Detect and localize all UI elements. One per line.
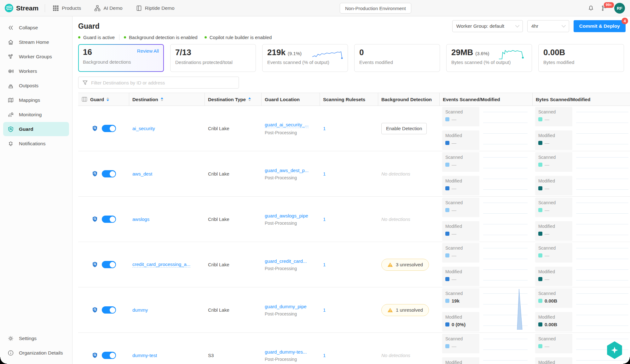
nav-item-riptide-demo[interactable]: Riptide Demo <box>136 5 175 11</box>
destination-link[interactable]: awslogs <box>132 217 149 222</box>
guard-toggle[interactable] <box>102 216 116 223</box>
destination-link[interactable]: credit_card_processing_a... <box>132 262 190 268</box>
sidebar-item-stream-home[interactable]: Stream Home <box>3 35 69 49</box>
notifications-bell-button[interactable] <box>588 5 594 11</box>
sidebar-item-mappings[interactable]: Mappings <box>3 93 69 107</box>
events-modified-box: Modified — <box>442 130 479 150</box>
rulesets-count-link[interactable]: 1 <box>323 171 326 176</box>
destination-link[interactable]: ai_security <box>132 126 155 131</box>
bytes-sparkline-area <box>576 290 628 330</box>
destination-link[interactable]: aws_dest <box>132 171 152 176</box>
guard-pipeline-link[interactable]: guard_aws_dest_p... <box>265 168 309 173</box>
sort-carets[interactable] <box>248 97 251 101</box>
events-scanned-modified-cell: Scanned — Modified — <box>440 197 533 242</box>
sidebar: Collapse Stream Home Worker Groups Worke… <box>0 16 72 364</box>
stat-value: 0.00B <box>543 48 619 57</box>
scanned-label: Scanned <box>538 291 569 296</box>
enable-detection-button[interactable]: Enable Detection <box>381 123 427 134</box>
rulesets-count-link[interactable]: 1 <box>323 126 326 131</box>
worker-group-select[interactable]: Worker Group: default <box>452 20 523 32</box>
events-modified-box: Modified — <box>442 176 479 195</box>
guard-toggle[interactable] <box>102 306 116 314</box>
sort-carets[interactable] <box>161 97 163 101</box>
commits-branch-button[interactable]: 99+ <box>601 5 607 11</box>
sidebar-item-outposts[interactable]: Outposts <box>3 78 69 93</box>
guard-toggle[interactable] <box>102 125 116 132</box>
rulesets-count-link[interactable]: 1 <box>323 307 326 313</box>
guard-toggle[interactable] <box>102 261 116 268</box>
events-scanned-value: 19k <box>452 298 459 303</box>
user-avatar[interactable]: RF <box>614 3 625 14</box>
stat-value: 0 <box>359 48 435 57</box>
bytes-modified-box: Modified — <box>535 221 572 241</box>
environment-badge: Non-Production Environment <box>340 3 411 14</box>
toggle-knob <box>110 353 115 358</box>
bytes-scanned-value: — <box>545 207 549 213</box>
sidebar-item-collapse[interactable]: Collapse <box>3 20 69 35</box>
sidebar-item-workers[interactable]: Workers <box>3 64 69 78</box>
unresolved-count-label: 3 unresolved <box>396 262 423 267</box>
column-header[interactable]: Events Scanned/Modified <box>440 93 533 106</box>
rulesets-count-link[interactable]: 1 <box>323 353 326 358</box>
guard-pipeline-link[interactable]: guard_credit_card... <box>265 258 307 264</box>
events-scanned-modified-cell: Scanned — Modified — <box>440 242 533 287</box>
status-guard-active: Guard is active <box>78 35 115 40</box>
green-dot-icon <box>205 36 207 38</box>
sidebar-item-organization-details[interactable]: Organization Details <box>3 346 69 360</box>
bytes-modified-swatch <box>538 186 542 190</box>
commit-deploy-button[interactable]: Commit & Deploy 4 <box>574 20 626 32</box>
green-dot-icon <box>78 36 80 38</box>
column-header-label: Guard Location <box>265 97 300 102</box>
guard-pipeline-link[interactable]: guard_awslogs_pipe <box>265 213 308 218</box>
modified-label: Modified <box>445 315 476 320</box>
guard-shield-icon <box>92 307 98 313</box>
events-modified-value: — <box>452 140 456 146</box>
sidebar-footer: Settings Organization Details <box>0 331 72 360</box>
column-header[interactable]: Background Detection <box>378 93 440 106</box>
columns-icon <box>81 96 88 102</box>
guard-cell <box>78 151 129 196</box>
column-header[interactable]: Destination <box>129 93 205 106</box>
rulesets-count-link[interactable]: 1 <box>323 262 326 267</box>
column-header[interactable]: Guard <box>78 93 129 106</box>
guard-toggle[interactable] <box>102 170 116 177</box>
column-header[interactable]: Bytes Scanned/Modified <box>533 93 630 106</box>
sidebar-item-settings[interactable]: Settings <box>3 331 69 345</box>
sidebar-item-worker-groups[interactable]: Worker Groups <box>3 49 69 64</box>
column-header[interactable]: Destination Type <box>205 93 262 106</box>
background-detection-cell: Enable Detection <box>378 106 440 151</box>
table-row: dummy Cribl Lake guard_dummy_pipe Post-P… <box>78 287 630 333</box>
sidebar-item-notifications[interactable]: Notifications <box>3 136 69 151</box>
unresolved-detections-badge[interactable]: 3 unresolved <box>381 259 429 271</box>
review-all-link[interactable]: Review All <box>137 48 159 54</box>
modified-label: Modified <box>538 269 569 274</box>
sidebar-item-monitoring[interactable]: Monitoring <box>3 107 69 122</box>
sitemap-icon <box>94 5 101 11</box>
brand[interactable]: Stream <box>5 4 38 12</box>
bytes-scanned-box: Scanned — <box>535 243 572 263</box>
column-header[interactable]: Guard Location <box>262 93 320 106</box>
events-scanned-value: — <box>452 162 456 167</box>
sidebar-item-guard[interactable]: Guard <box>3 122 69 136</box>
nav-item-ai-demo[interactable]: AI Demo <box>94 5 122 11</box>
sort-carets[interactable] <box>107 97 109 101</box>
destination-filter-input[interactable] <box>91 80 235 85</box>
commit-deploy-label: Commit & Deploy <box>579 23 620 29</box>
destination-link[interactable]: dummy <box>132 307 148 313</box>
guard-toggle[interactable] <box>102 352 116 359</box>
time-range-select[interactable]: 4hr <box>527 20 569 32</box>
rulesets-count-link[interactable]: 1 <box>323 217 326 222</box>
destination-link[interactable]: dummy-test <box>132 353 157 358</box>
guard-pipeline-link[interactable]: guard_dummy_pipe <box>265 304 307 309</box>
nav-item-products[interactable]: Products <box>53 5 81 11</box>
modified-label: Modified <box>445 224 476 229</box>
destination-type-cell: Cribl Lake <box>205 197 262 242</box>
column-header[interactable]: Scanning Rulesets <box>320 93 378 106</box>
chevron-down-icon <box>515 23 519 27</box>
scanned-label: Scanned <box>538 336 569 341</box>
guard-pipeline-link[interactable]: guard_ai_security_... <box>265 122 309 128</box>
events-scanned-box: Scanned — <box>442 334 479 353</box>
guard-pipeline-link[interactable]: guard_dummy-tes... <box>265 349 307 355</box>
events-scanned-sparkline <box>312 47 344 61</box>
unresolved-detections-badge[interactable]: 1 unresolved <box>381 304 429 316</box>
